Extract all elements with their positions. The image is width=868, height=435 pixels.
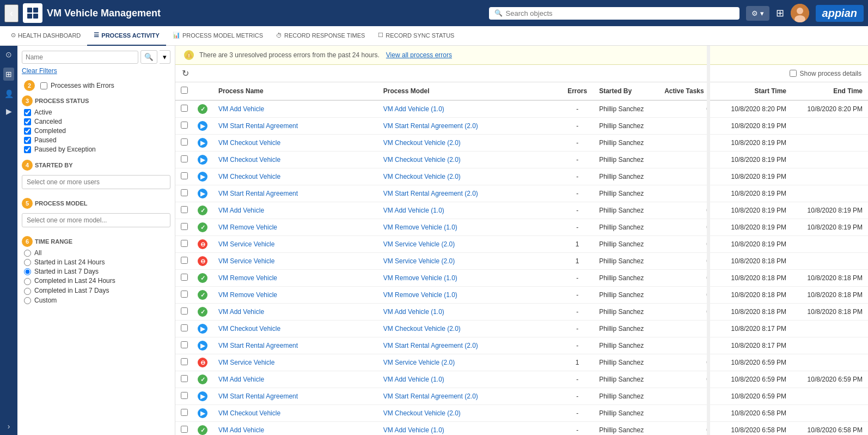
col-header-end-time[interactable]: End Time <box>792 82 868 100</box>
row-checkbox-13[interactable] <box>181 324 188 331</box>
row-process-model[interactable]: VM Remove Vehicle (1.0) <box>378 219 561 236</box>
row-checkbox-9[interactable] <box>181 257 188 264</box>
row-process-model[interactable]: VM Service Vehicle (2.0) <box>378 253 561 270</box>
row-process-name[interactable]: VM Checkout Vehicle <box>213 321 378 337</box>
time-comp24-radio[interactable] <box>24 278 31 285</box>
row-process-name[interactable]: VM Add Vehicle <box>213 304 378 321</box>
row-checkbox-10[interactable] <box>181 274 188 281</box>
status-completed-checkbox[interactable] <box>24 128 31 135</box>
name-dropdown-button[interactable]: ▾ <box>160 50 170 64</box>
row-process-name[interactable]: VM Remove Vehicle <box>213 287 378 304</box>
col-header-process-name[interactable]: Process Name <box>213 82 378 100</box>
time-all-radio[interactable] <box>24 250 31 257</box>
clear-filters-link[interactable]: Clear Filters <box>22 67 170 75</box>
actions-icon[interactable]: ▶ <box>6 107 12 116</box>
row-process-name[interactable]: VM Start Rental Agreement <box>213 337 378 354</box>
row-process-model[interactable]: VM Checkout Vehicle (2.0) <box>378 152 561 168</box>
search-input[interactable] <box>506 9 734 17</box>
grid-icon[interactable]: ⊞ <box>776 7 784 19</box>
row-process-model[interactable]: VM Service Vehicle (2.0) <box>378 354 561 371</box>
row-process-model[interactable]: VM Add Vehicle (1.0) <box>378 371 561 388</box>
row-process-name[interactable]: VM Service Vehicle <box>213 253 378 270</box>
row-checkbox-5[interactable] <box>181 189 188 196</box>
row-process-model[interactable]: VM Checkout Vehicle (2.0) <box>378 321 561 337</box>
row-checkbox-7[interactable] <box>181 223 188 230</box>
row-checkbox-12[interactable] <box>181 307 188 315</box>
processes-with-errors-checkbox[interactable] <box>40 82 47 89</box>
row-checkbox-0[interactable] <box>181 105 188 112</box>
row-process-model[interactable]: VM Checkout Vehicle (2.0) <box>378 168 561 185</box>
row-checkbox-6[interactable] <box>181 206 188 213</box>
row-process-model[interactable]: VM Remove Vehicle (1.0) <box>378 270 561 287</box>
row-process-name[interactable]: VM Checkout Vehicle <box>213 168 378 185</box>
time-last24-radio[interactable] <box>24 259 31 266</box>
tab-process-metrics[interactable]: 📊 PROCESS MODEL METRICS <box>166 26 270 46</box>
row-process-name[interactable]: VM Add Vehicle <box>213 100 378 118</box>
col-header-started-by[interactable]: Started By <box>594 82 659 100</box>
time-custom-radio[interactable] <box>24 297 31 304</box>
row-process-model[interactable]: VM Start Rental Agreement (2.0) <box>378 337 561 354</box>
view-errors-link[interactable]: View all process errors <box>386 51 452 59</box>
table-container[interactable]: Process Name Process Model Errors Starte… <box>175 82 868 435</box>
row-process-name[interactable]: VM Remove Vehicle <box>213 219 378 236</box>
row-process-name[interactable]: VM Start Rental Agreement <box>213 118 378 135</box>
row-process-model[interactable]: VM Add Vehicle (1.0) <box>378 422 561 436</box>
home-icon[interactable]: ⊙ <box>5 50 12 59</box>
col-header-errors[interactable]: Errors <box>561 82 594 100</box>
row-process-model[interactable]: VM Checkout Vehicle (2.0) <box>378 405 561 422</box>
process-model-input[interactable] <box>22 213 170 227</box>
row-process-name[interactable]: VM Start Rental Agreement <box>213 185 378 202</box>
row-process-name[interactable]: VM Start Rental Agreement <box>213 388 378 405</box>
tab-health[interactable]: ⊙ HEALTH DASHBOARD <box>4 26 87 46</box>
col-header-start-time[interactable]: Start Time <box>716 82 792 100</box>
row-process-model[interactable]: VM Start Rental Agreement (2.0) <box>378 185 561 202</box>
row-process-model[interactable]: VM Checkout Vehicle (2.0) <box>378 135 561 152</box>
row-checkbox-2[interactable] <box>181 138 188 146</box>
row-checkbox-16[interactable] <box>181 375 188 382</box>
row-checkbox-4[interactable] <box>181 172 188 179</box>
row-process-name[interactable]: VM Service Vehicle <box>213 236 378 253</box>
col-header-process-model[interactable]: Process Model <box>378 82 561 100</box>
expand-sidebar-icon[interactable]: › <box>8 422 10 431</box>
time-last7-radio[interactable] <box>24 268 31 275</box>
record-icon[interactable]: 👤 <box>4 89 14 98</box>
row-checkbox-14[interactable] <box>181 341 188 348</box>
back-button[interactable]: ‹ <box>4 4 19 22</box>
tab-process-activity[interactable]: ☰ PROCESS ACTIVITY <box>87 26 166 46</box>
row-process-name[interactable]: VM Checkout Vehicle <box>213 405 378 422</box>
row-checkbox-19[interactable] <box>181 426 188 433</box>
status-paused-checkbox[interactable] <box>24 137 31 144</box>
row-process-name[interactable]: VM Add Vehicle <box>213 422 378 436</box>
tab-record-sync[interactable]: ☐ RECORD SYNC STATUS <box>371 26 461 46</box>
row-process-model[interactable]: VM Add Vehicle (1.0) <box>378 304 561 321</box>
row-process-model[interactable]: VM Start Rental Agreement (2.0) <box>378 118 561 135</box>
row-checkbox-11[interactable] <box>181 291 188 298</box>
row-process-model[interactable]: VM Add Vehicle (1.0) <box>378 202 561 219</box>
row-process-name[interactable]: VM Add Vehicle <box>213 371 378 388</box>
row-process-name[interactable]: VM Remove Vehicle <box>213 270 378 287</box>
settings-button[interactable]: ⚙ ▾ <box>746 6 769 21</box>
show-details-checkbox[interactable] <box>790 70 797 77</box>
row-checkbox-17[interactable] <box>181 392 188 399</box>
row-checkbox-3[interactable] <box>181 155 188 162</box>
row-process-name[interactable]: VM Checkout Vehicle <box>213 152 378 168</box>
avatar[interactable] <box>791 4 809 22</box>
search-bar[interactable]: 🔍 <box>489 7 739 20</box>
row-checkbox-1[interactable] <box>181 122 188 129</box>
row-process-name[interactable]: VM Service Vehicle <box>213 354 378 371</box>
tab-record-response[interactable]: ⏱ RECORD RESPONSE TIMES <box>270 26 371 46</box>
row-process-model[interactable]: VM Service Vehicle (2.0) <box>378 236 561 253</box>
row-process-name[interactable]: VM Checkout Vehicle <box>213 135 378 152</box>
select-all-checkbox[interactable] <box>181 87 188 94</box>
time-comp7-radio[interactable] <box>24 288 31 295</box>
row-checkbox-18[interactable] <box>181 409 188 416</box>
name-filter-input[interactable] <box>22 51 138 64</box>
dashboard-icon[interactable]: ⊞ <box>3 68 14 81</box>
refresh-button[interactable]: ↻ <box>182 68 189 78</box>
status-canceled-checkbox[interactable] <box>24 118 31 125</box>
status-paused-exception-checkbox[interactable] <box>24 146 31 153</box>
started-by-input[interactable] <box>22 175 170 189</box>
row-process-model[interactable]: VM Remove Vehicle (1.0) <box>378 287 561 304</box>
row-process-model[interactable]: VM Start Rental Agreement (2.0) <box>378 388 561 405</box>
row-checkbox-8[interactable] <box>181 240 188 247</box>
